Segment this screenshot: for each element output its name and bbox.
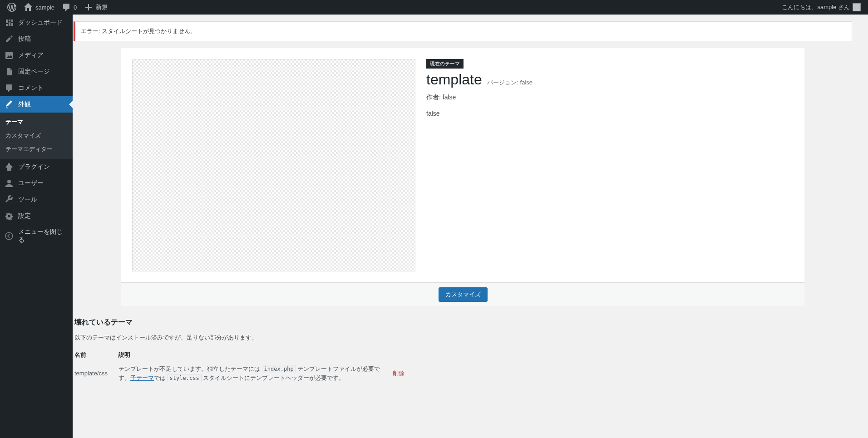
settings-icon [5, 212, 14, 221]
menu-appearance[interactable]: 外観 [0, 96, 73, 113]
plugins-icon [5, 162, 14, 172]
child-theme-link[interactable]: 子テーマ [130, 374, 154, 381]
menu-posts[interactable]: 投稿 [0, 31, 73, 47]
broken-theme-desc: テンプレートが不足しています。独立したテーマには index.php テンプレー… [118, 364, 382, 382]
menu-pages[interactable]: 固定ページ [0, 64, 73, 80]
table-row: template/css テンプレートが不足しています。独立したテーマには in… [74, 362, 415, 385]
menu-plugins[interactable]: プラグイン [0, 159, 73, 175]
menu-settings[interactable]: 設定 [0, 208, 73, 224]
collapse-icon [5, 231, 14, 241]
customize-button[interactable]: カスタマイズ [439, 287, 488, 302]
submenu-customize[interactable]: カスタマイズ [0, 129, 73, 143]
broken-intro: 以下のテーマはインストール済みですが、足りない部分があります。 [74, 334, 852, 342]
submenu-theme-editor[interactable]: テーマエディター [0, 143, 73, 156]
posts-icon [5, 34, 14, 44]
theme-description: false [426, 110, 794, 117]
appearance-icon [5, 100, 14, 109]
site-name: sample [35, 4, 54, 11]
menu-tools[interactable]: ツール [0, 192, 73, 208]
menu-comments[interactable]: コメント [0, 80, 73, 96]
wp-logo[interactable] [4, 0, 20, 15]
menu-media[interactable]: メディア [0, 47, 73, 64]
theme-screenshot [132, 59, 415, 271]
broken-theme-name: template/css [74, 362, 118, 385]
delete-link[interactable]: 削除 [393, 370, 404, 377]
greeting-text: こんにちは、sample さん [782, 3, 850, 11]
comments-icon [5, 84, 14, 93]
error-notice: エラー: スタイルシートが見つかりません。 [74, 21, 852, 41]
home-icon [24, 3, 33, 12]
current-theme-label: 現在のテーマ [426, 59, 464, 69]
comments-link[interactable]: 0 [58, 0, 80, 15]
theme-version: バージョン: false [487, 79, 533, 86]
code-index: index.php [262, 365, 296, 373]
svg-point-0 [5, 232, 13, 240]
new-content[interactable]: 新規 [80, 0, 111, 15]
media-icon [5, 51, 14, 60]
avatar [853, 3, 861, 11]
menu-dashboard[interactable]: ダッシュボード [0, 15, 73, 31]
menu-users[interactable]: ユーザー [0, 175, 73, 192]
dashboard-icon [5, 18, 14, 27]
account-link[interactable]: こんにちは、sample さん [778, 0, 864, 15]
theme-name: template [426, 71, 482, 88]
error-text: エラー: スタイルシートが見つかりません。 [81, 28, 196, 34]
theme-panel: 現在のテーマ template バージョン: false 作者: false f… [121, 48, 804, 306]
pages-icon [5, 67, 14, 76]
users-icon [5, 179, 14, 188]
new-label: 新規 [96, 3, 108, 11]
tools-icon [5, 195, 14, 204]
col-desc: 説明 [118, 348, 393, 362]
comment-icon [62, 3, 71, 12]
plus-icon [84, 3, 93, 12]
menu-collapse[interactable]: メニューを閉じる [0, 224, 73, 248]
comment-count: 0 [74, 4, 77, 11]
col-name: 名前 [74, 348, 118, 362]
broken-heading: 壊れているテーマ [74, 318, 852, 327]
site-link[interactable]: sample [20, 0, 58, 15]
submenu-appearance: テーマ カスタマイズ テーマエディター [0, 113, 73, 159]
theme-author: 作者: false [426, 94, 794, 102]
submenu-themes[interactable]: テーマ [0, 115, 73, 129]
code-style: style.css [168, 374, 202, 382]
